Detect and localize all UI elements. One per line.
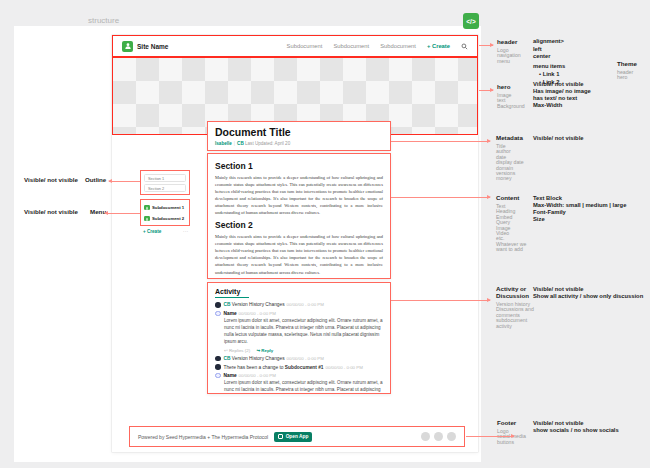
menu-panel: Subdocument 1 Subdocument 2 — [140, 199, 190, 226]
more-options-button[interactable]: ... — [183, 227, 189, 233]
annotation-metadata-term: Metadata — [496, 135, 523, 142]
annotation-outline-visibility: Visible/ not visible — [24, 177, 78, 184]
last-updated: Last Updated: April 20 — [245, 141, 290, 146]
app-icon — [278, 434, 283, 439]
connector-metadata — [391, 141, 490, 142]
search-icon[interactable] — [461, 43, 468, 50]
document-icon — [144, 205, 150, 211]
annotation-content-details: Text Heading Embed Query Image Video etc… — [496, 204, 526, 253]
annotation-metadata-details: Title author date display date domain ve… — [496, 144, 524, 182]
header-nav: Subdocument Subdocument Subdocument + Cr… — [287, 43, 468, 50]
avatar — [215, 311, 221, 317]
annotation-header-options: left center — [533, 46, 550, 60]
connector-activity — [391, 300, 490, 301]
sidebar-create-button[interactable]: + Create — [143, 229, 161, 234]
annotation-metadata-options: Visible/ not visible — [533, 135, 583, 142]
document-title: Document Title — [215, 126, 383, 138]
activity-version-row: CB Version History Changes00/00/00 - 0:0… — [215, 302, 383, 308]
nav-subdocument-2[interactable]: Subdocument — [333, 43, 369, 49]
connector-hero — [479, 90, 493, 91]
annotation-header-alignment: alignment> — [533, 38, 564, 45]
annotation-header-term: header — [497, 39, 517, 46]
activity-comment: Name00/00/00 - 0:00 PM Lorem ipsum dolor… — [215, 373, 383, 394]
connector-footer — [466, 436, 514, 437]
annotation-theme-term: Theme — [617, 61, 637, 68]
avatar — [215, 373, 221, 379]
figma-canvas: structure </> Site Name Subdocument Subd… — [0, 0, 650, 468]
reply-button[interactable]: ↪ Reply — [256, 348, 273, 353]
content-block: Section 1 Mainly this research aims to p… — [207, 153, 391, 279]
frame-label[interactable]: structure — [88, 16, 119, 25]
site-header: Site Name Subdocument Subdocument Subdoc… — [112, 35, 478, 57]
outline-item[interactable]: Section 2 — [144, 184, 186, 192]
social-buttons — [421, 432, 456, 441]
connector-outline — [109, 181, 140, 182]
avatar — [215, 356, 221, 362]
section-heading: Section 1 — [215, 161, 383, 171]
annotation-footer-options: Visible/ not visible show socials / no s… — [533, 420, 619, 434]
activity-comment: Name00/00/00 - 0:00 PM Lorem ipsum dolor… — [215, 311, 383, 353]
open-app-button[interactable]: Open App — [274, 432, 312, 442]
menu-item-subdocument-2[interactable]: Subdocument 2 — [144, 213, 186, 224]
code-icon[interactable]: </> — [463, 13, 479, 29]
annotation-activity-term: Activity or Discussion — [496, 286, 534, 300]
outline-item[interactable]: Section 1 — [144, 174, 186, 182]
comment-body: Lorem ipsum dolor sit amet, consectetur … — [224, 318, 383, 346]
outline-panel: Section 1 Section 2 — [140, 170, 190, 195]
document-metadata: Isabelle|CB Last Updated: April 20 — [215, 141, 383, 146]
section-body: Mainly this research aims to provide a d… — [215, 174, 383, 216]
annotation-hero-options: Visible/ not visible Has image/ no image… — [533, 81, 591, 109]
annotation-theme-details: header hero — [617, 70, 633, 81]
annotation-menu-items-title: menu items — [533, 63, 565, 70]
site-name[interactable]: Site Name — [137, 43, 168, 50]
annotation-header-details: Logo navigation menu — [497, 48, 521, 64]
author-link[interactable]: Isabelle — [215, 141, 232, 146]
site-wireframe: Site Name Subdocument Subdocument Subdoc… — [112, 35, 478, 452]
annotation-hero-term: hero — [497, 84, 510, 91]
annotation-menu-link-1: Link 1 — [539, 71, 559, 78]
create-button[interactable]: + Create — [427, 43, 450, 49]
annotation-activity-options: Visible/ not visible Show all activity /… — [533, 286, 643, 300]
connector-header — [479, 45, 493, 46]
comment-body: Lorem ipsum dolor sit amet, consectetur … — [224, 380, 383, 394]
document-icon — [144, 216, 150, 222]
annotation-content-term: Content — [496, 195, 519, 202]
activity-underline — [215, 297, 249, 298]
connector-menu — [105, 213, 140, 214]
version-badge: CB — [237, 141, 244, 146]
social-button[interactable] — [447, 432, 456, 441]
avatar — [215, 364, 221, 370]
site-logo-icon[interactable] — [122, 41, 133, 52]
nav-subdocument-3[interactable]: Subdocument — [380, 43, 416, 49]
nav-subdocument-1[interactable]: Subdocument — [287, 43, 323, 49]
social-button[interactable] — [434, 432, 443, 441]
site-footer: Powered by Seed Hypermedia + The Hyperme… — [129, 426, 465, 447]
activity-change-row: There has been a change to Subdocument #… — [215, 364, 383, 370]
menu-item-subdocument-1[interactable]: Subdocument 1 — [144, 202, 186, 213]
activity-block: Activity CB Version History Changes00/00… — [207, 282, 391, 394]
annotation-content-options: Text Block Max-Width: small | medium | l… — [533, 195, 626, 223]
social-button[interactable] — [421, 432, 430, 441]
activity-heading: Activity — [215, 288, 383, 295]
section-body: Mainly this research aims to provide a d… — [215, 233, 383, 275]
annotation-outline-term: Outline — [85, 177, 106, 184]
annotation-hero-details: Image text Background — [497, 93, 525, 109]
annotation-footer-term: Footer — [497, 420, 516, 427]
avatar — [215, 302, 221, 308]
document-title-card: Document Title Isabelle|CB Last Updated:… — [207, 121, 391, 151]
section-heading: Section 2 — [215, 220, 383, 230]
annotation-activity-details: Version history Discussions and comments… — [496, 302, 534, 329]
powered-by-text: Powered by Seed Hypermedia + The Hyperme… — [138, 434, 268, 440]
subdocument-link[interactable]: Subdocument #1 — [285, 365, 324, 370]
connector-content — [391, 197, 490, 198]
replies-link[interactable]: ↩ Replies (2) — [224, 348, 250, 353]
activity-version-row: CB Version History Changes00/00/00 - 0:0… — [215, 356, 383, 362]
annotation-menu-visibility: Visible/ not visible — [24, 209, 78, 216]
